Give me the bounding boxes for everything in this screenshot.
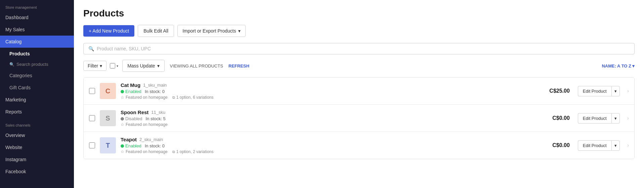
filter-label: Filter xyxy=(88,63,98,68)
refresh-link[interactable]: REFRESH xyxy=(228,63,249,68)
product-status-row: Enabled In stock: 0 xyxy=(121,89,538,94)
edit-btn-group: Edit Product ▾ xyxy=(578,113,620,124)
filter-row: Filter ▾ ▾ Mass Update ▾ VIEWING ALL PRO… xyxy=(83,60,635,72)
sidebar-item-reports[interactable]: Reports xyxy=(0,106,74,118)
mass-update-chevron-icon: ▾ xyxy=(157,63,160,68)
featured-text: Featured on homepage xyxy=(126,149,168,154)
product-name-row: Spoon Rest 11_sku xyxy=(121,109,538,115)
filter-button[interactable]: Filter ▾ xyxy=(83,61,106,71)
sidebar-item-gift-cards[interactable]: Gift Cards xyxy=(0,82,74,94)
sidebar-item-marketing[interactable]: Marketing xyxy=(0,94,74,106)
product-checkbox-0[interactable] xyxy=(89,88,95,94)
edit-product-button[interactable]: Edit Product xyxy=(578,86,611,96)
edit-product-dropdown-button[interactable]: ▾ xyxy=(611,140,620,151)
product-name-row: Cat Mug 1_sku_main xyxy=(121,82,538,88)
sidebar-item-instagram[interactable]: Instagram xyxy=(0,153,74,166)
sort-label[interactable]: NAME: A TO Z ▾ xyxy=(602,63,635,68)
star-icon: ☆ xyxy=(121,149,124,154)
row-arrow-icon: › xyxy=(627,88,629,94)
stock-label: In stock: 0 xyxy=(145,89,165,94)
select-all-dropdown-button[interactable]: ▾ xyxy=(116,63,119,68)
product-name-row: Teapot 2_sku_main xyxy=(121,137,538,142)
import-export-chevron-icon: ▾ xyxy=(238,28,241,34)
featured-tag: ☆ Featured on homepage xyxy=(121,122,168,127)
edit-btn-group: Edit Product ▾ xyxy=(578,86,620,96)
product-status-row: Disabled In stock: 5 xyxy=(121,116,538,121)
add-new-product-button[interactable]: + Add New Product xyxy=(83,25,134,37)
select-all-checkbox[interactable] xyxy=(110,63,115,68)
status-badge: Enabled xyxy=(121,143,141,148)
product-checkbox-1[interactable] xyxy=(89,115,95,121)
product-checkbox-2[interactable] xyxy=(89,142,95,148)
copy-icon: ⧉ xyxy=(172,95,175,100)
mass-update-label: Mass Update xyxy=(127,63,155,68)
mass-update-button[interactable]: Mass Update ▾ xyxy=(122,60,164,72)
import-export-button[interactable]: Import or Export Products ▾ xyxy=(177,25,246,37)
product-price: C$0.00 xyxy=(543,115,570,121)
status-dot-icon xyxy=(121,117,124,121)
product-info-1: Spoon Rest 11_sku Disabled In stock: 5 ☆… xyxy=(121,109,538,127)
product-name: Spoon Rest xyxy=(121,109,148,115)
status-badge: Enabled xyxy=(121,89,141,94)
filter-chevron-icon: ▾ xyxy=(100,63,102,68)
sort-label-text: NAME: A TO Z xyxy=(602,63,631,68)
product-price: C$25.00 xyxy=(543,88,570,94)
star-icon: ☆ xyxy=(121,122,124,127)
product-meta-row: ☆ Featured on homepage xyxy=(121,122,538,127)
sidebar-item-products[interactable]: Products xyxy=(0,48,74,60)
search-products-input[interactable] xyxy=(16,62,63,67)
toolbar: + Add New Product Bulk Edit All Import o… xyxy=(83,25,635,37)
edit-product-button[interactable]: Edit Product xyxy=(578,140,611,151)
stock-label: In stock: 0 xyxy=(145,143,165,148)
variations-tag: ⧉ 1 option, 6 variations xyxy=(172,95,214,100)
sidebar-item-categories[interactable]: Categories xyxy=(0,69,74,82)
stock-label: In stock: 5 xyxy=(146,116,166,121)
edit-btn-group: Edit Product ▾ xyxy=(578,140,620,151)
variations-tag: ⧉ 1 option, 2 variations xyxy=(172,149,214,154)
sidebar-item-my-sales[interactable]: My Sales xyxy=(0,23,74,36)
product-sku: 11_sku xyxy=(151,110,165,115)
search-icon: 🔍 xyxy=(9,62,14,67)
edit-product-dropdown-button[interactable]: ▾ xyxy=(611,113,620,124)
edit-product-button[interactable]: Edit Product xyxy=(578,113,611,124)
sidebar-item-dashboard[interactable]: Dashboard xyxy=(0,11,74,23)
copy-icon: ⧉ xyxy=(172,150,175,154)
product-info-0: Cat Mug 1_sku_main Enabled In stock: 0 ☆… xyxy=(121,82,538,100)
featured-text: Featured on homepage xyxy=(126,95,168,100)
sort-chevron-icon: ▾ xyxy=(632,63,635,68)
product-sku: 2_sku_main xyxy=(139,137,163,142)
bulk-actions: ▾ Mass Update ▾ xyxy=(110,60,164,72)
viewing-label: VIEWING ALL PRODUCTS xyxy=(170,63,223,68)
import-export-label: Import or Export Products xyxy=(182,28,236,34)
sidebar-item-overview[interactable]: Overview xyxy=(0,129,74,141)
featured-tag: ☆ Featured on homepage xyxy=(121,95,168,100)
sidebar-item-facebook[interactable]: Facebook xyxy=(0,166,74,178)
star-icon: ☆ xyxy=(121,95,124,100)
status-dot-icon xyxy=(121,90,124,93)
search-icon: 🔍 xyxy=(88,46,94,51)
variations-text: 1 option, 2 variations xyxy=(176,149,214,154)
search-bar: 🔍 xyxy=(83,43,635,54)
select-all-wrap: ▾ xyxy=(110,63,119,68)
sidebar-item-website[interactable]: Website xyxy=(0,141,74,153)
sidebar: Store management Dashboard My Sales Cata… xyxy=(0,0,74,188)
product-row[interactable]: C Cat Mug 1_sku_main Enabled In stock: 0… xyxy=(84,78,634,105)
sidebar-item-catalog[interactable]: Catalog xyxy=(0,36,74,48)
variations-text: 1 option, 6 variations xyxy=(176,95,214,100)
row-arrow-icon: › xyxy=(627,142,629,148)
page-title: Products xyxy=(83,8,635,19)
search-products-area: 🔍 xyxy=(0,60,74,69)
product-status-row: Enabled In stock: 0 xyxy=(121,143,538,148)
edit-product-dropdown-button[interactable]: ▾ xyxy=(611,86,620,96)
main-content: Products + Add New Product Bulk Edit All… xyxy=(74,0,644,188)
status-text: Enabled xyxy=(125,143,141,148)
search-input[interactable] xyxy=(97,46,630,51)
product-row[interactable]: S Spoon Rest 11_sku Disabled In stock: 5… xyxy=(84,105,634,132)
product-avatar-0: C xyxy=(100,83,116,99)
product-meta-row: ☆ Featured on homepage ⧉ 1 option, 2 var… xyxy=(121,149,538,154)
product-meta-row: ☆ Featured on homepage ⧉ 1 option, 6 var… xyxy=(121,95,538,100)
product-row[interactable]: T Teapot 2_sku_main Enabled In stock: 0 … xyxy=(84,132,634,159)
product-avatar-1: S xyxy=(100,110,116,126)
product-avatar-2: T xyxy=(100,137,116,153)
bulk-edit-button[interactable]: Bulk Edit All xyxy=(138,25,174,37)
